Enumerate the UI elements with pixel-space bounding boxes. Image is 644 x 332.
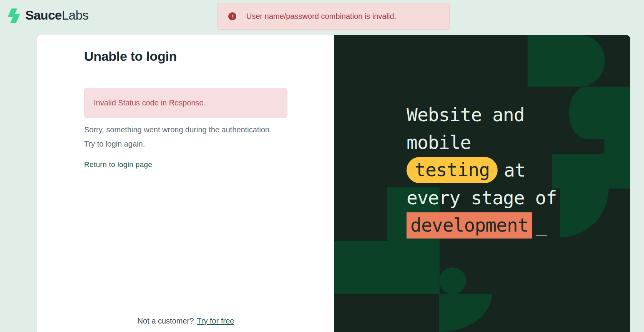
- saucelabs-logo-text: SauceLabs: [25, 8, 88, 23]
- decor-square-top: [528, 35, 580, 87]
- inline-error-message: Invalid Status code in Response.: [94, 98, 206, 107]
- decor-halfdisc-top: [580, 35, 605, 87]
- headline-highlight-testing: testing: [407, 157, 498, 183]
- not-a-customer-text: Not a customer?: [138, 317, 194, 325]
- saucelabs-logo-icon: [5, 7, 22, 24]
- login-error-container: Unable to login Invalid Status code in R…: [37, 35, 630, 332]
- page-title: Unable to login: [84, 49, 177, 64]
- logo-word-labs: Labs: [62, 8, 89, 22]
- headline-line-5: development _: [407, 212, 557, 239]
- error-description-line2: Try to login again.: [84, 137, 292, 151]
- headline-line-3-rest: at: [504, 159, 525, 181]
- decor-quarterdisc-mid: [560, 189, 609, 237]
- decor-rect-mid: [552, 154, 630, 189]
- headline-highlight-development: development: [407, 212, 532, 239]
- headline-line-2: mobile: [407, 128, 557, 156]
- promo-panel: Website and mobile testing at every stag…: [334, 35, 630, 332]
- card-footer: Not a customer?Try for free: [37, 317, 334, 325]
- login-error-card: Unable to login Invalid Status code in R…: [37, 35, 334, 332]
- try-for-free-link[interactable]: Try for free: [197, 317, 234, 325]
- headline-line-4: every stage of: [407, 184, 557, 212]
- global-error-banner: ! User name/password combination is inva…: [217, 3, 450, 30]
- decor-circle: [439, 267, 466, 294]
- error-description: Sorry, something went wrong during the a…: [84, 123, 292, 151]
- promo-headline: Website and mobile testing at every stag…: [407, 101, 557, 239]
- exclamation-circle-icon: !: [228, 12, 236, 20]
- logo-word-sauce: Sauce: [25, 8, 62, 22]
- headline-line-1: Website and: [407, 101, 557, 128]
- decor-quarterdisc-bottom: [439, 294, 492, 332]
- saucelabs-logo[interactable]: SauceLabs: [5, 7, 88, 24]
- decor-halfdisc-left: [569, 87, 604, 139]
- inline-error-box: Invalid Status code in Response.: [84, 88, 287, 118]
- return-to-login-link[interactable]: Return to login page: [84, 160, 152, 169]
- global-error-message: User name/password combination is invali…: [246, 12, 396, 21]
- error-description-line1: Sorry, something went wrong during the a…: [84, 123, 292, 137]
- decor-square-bottom: [334, 241, 387, 294]
- headline-line-3: testing at: [407, 156, 557, 184]
- headline-cursor: _: [536, 215, 547, 236]
